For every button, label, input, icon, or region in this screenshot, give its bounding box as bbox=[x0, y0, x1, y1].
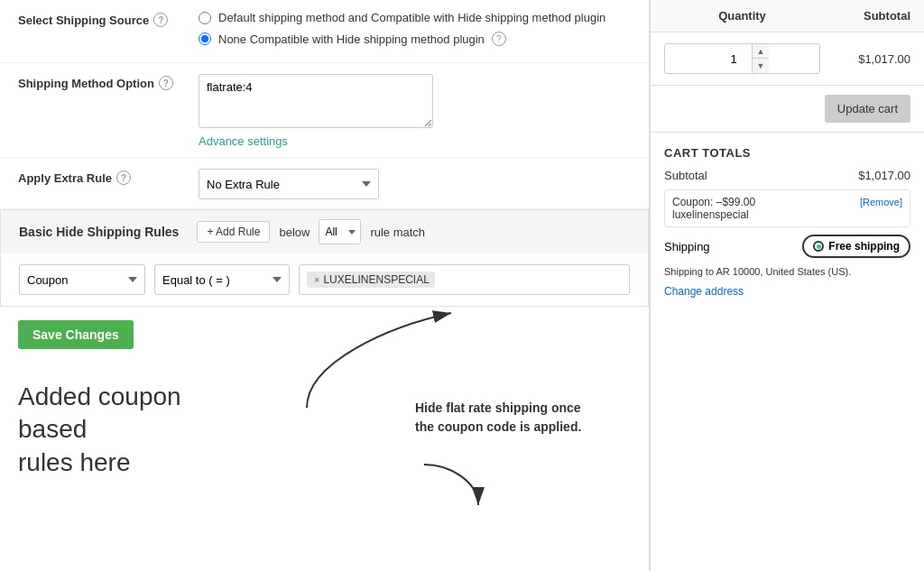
subtotal-label: Subtotal bbox=[664, 169, 707, 182]
tag-remove-icon[interactable]: × bbox=[314, 274, 319, 285]
coupon-label: Coupon: –$99.00 bbox=[672, 196, 755, 208]
coupon-header-row: Coupon: –$99.00 [Remove] bbox=[672, 196, 902, 208]
shipping-method-label: Shipping Method Option ? bbox=[18, 72, 199, 90]
add-rule-button[interactable]: + Add Rule bbox=[197, 221, 270, 243]
extra-rule-select[interactable]: No Extra Rule Cart Total Weight Quantity bbox=[199, 169, 379, 199]
free-shipping-box: Free shipping bbox=[802, 235, 910, 258]
cart-item-row: ▲ ▼ $1,017.00 bbox=[651, 32, 924, 86]
shipping-method-textarea[interactable]: flatrate:4 bbox=[199, 74, 433, 128]
rules-title: Basic Hide Shipping Rules bbox=[19, 225, 179, 239]
free-shipping-label: Free shipping bbox=[828, 240, 900, 253]
cart-totals-section: CART TOTALS Subtotal $1,017.00 Coupon: –… bbox=[651, 132, 924, 311]
annotation-right-arrow bbox=[415, 456, 487, 510]
shipping-source-radio1[interactable] bbox=[199, 12, 211, 24]
quantity-wrapper[interactable]: ▲ ▼ bbox=[664, 43, 820, 74]
annotation-arrow bbox=[298, 309, 478, 417]
shipping-method-row: Shipping Method Option ? flatrate:4 Adva… bbox=[0, 63, 649, 158]
free-shipping-radio bbox=[813, 241, 824, 252]
shipping-source-option2-help-icon[interactable]: ? bbox=[492, 32, 506, 46]
shipping-method-content: flatrate:4 Advance settings bbox=[199, 72, 631, 148]
quantity-input[interactable] bbox=[716, 44, 752, 73]
shipping-method-help-icon[interactable]: ? bbox=[159, 76, 173, 90]
cart-quantity-header: Quantity bbox=[664, 9, 820, 23]
quantity-increment[interactable]: ▲ bbox=[753, 44, 769, 59]
extra-rule-help-icon[interactable]: ? bbox=[116, 170, 131, 185]
annotation-section: Added coupon based rules here Hide flat … bbox=[0, 363, 649, 533]
coupon-remove-link[interactable]: [Remove] bbox=[860, 197, 902, 207]
save-changes-button[interactable]: Save Changes bbox=[18, 320, 134, 349]
change-address-link[interactable]: Change address bbox=[664, 285, 744, 298]
shipping-source-option1[interactable]: Default shipping method and Compatible w… bbox=[199, 11, 631, 24]
rule-condition-select[interactable]: Equal to ( = ) Not equal to Contains bbox=[154, 264, 290, 295]
subtotal-value: $1,017.00 bbox=[858, 169, 910, 182]
rule-type-select[interactable]: Coupon Cart Total Weight bbox=[19, 264, 145, 295]
shipping-label: Shipping bbox=[664, 240, 710, 253]
cart-header: Quantity Subtotal bbox=[651, 0, 924, 32]
shipping-source-label: Select Shipping Source ? bbox=[18, 9, 199, 27]
rules-below-text: below bbox=[279, 226, 310, 239]
rules-match-text: rule match bbox=[370, 226, 425, 239]
cart-item-subtotal: $1,017.00 bbox=[820, 52, 910, 66]
radio-dot-inner bbox=[817, 244, 821, 249]
advance-settings-link[interactable]: Advance settings bbox=[199, 134, 288, 148]
extra-rule-content: No Extra Rule Cart Total Weight Quantity bbox=[199, 167, 631, 199]
extra-rule-row: Apply Extra Rule ? No Extra Rule Cart To… bbox=[0, 158, 649, 209]
shipping-source-help-icon[interactable]: ? bbox=[153, 13, 168, 27]
rule-tag: × LUXELINENSPECIAL bbox=[307, 272, 435, 288]
quantity-spinners: ▲ ▼ bbox=[752, 44, 769, 73]
rules-all-select[interactable]: All Any bbox=[319, 219, 361, 244]
rules-header: Basic Hide Shipping Rules + Add Rule bel… bbox=[0, 209, 649, 253]
coupon-box: Coupon: –$99.00 [Remove] luxelinenspecia… bbox=[664, 189, 910, 227]
cart-subtotal-header: Subtotal bbox=[820, 9, 910, 23]
shipping-source-radio2[interactable] bbox=[199, 32, 211, 45]
shipping-source-row: Select Shipping Source ? Default shippin… bbox=[0, 0, 649, 63]
shipping-source-options: Default shipping method and Compatible w… bbox=[199, 9, 631, 53]
cart-panel: Quantity Subtotal ▲ ▼ $1,017.00 Update c… bbox=[650, 0, 924, 571]
shipping-note: Shipping to AR 10000, United States (US)… bbox=[664, 265, 910, 279]
update-cart-button[interactable]: Update cart bbox=[825, 95, 910, 123]
shipping-row: Shipping Free shipping bbox=[664, 235, 910, 258]
cart-subtotal-row: Subtotal $1,017.00 bbox=[664, 169, 910, 182]
rule-tag-input[interactable]: × LUXELINENSPECIAL bbox=[299, 264, 630, 295]
quantity-decrement[interactable]: ▼ bbox=[753, 59, 769, 73]
cart-totals-title: CART TOTALS bbox=[664, 146, 910, 160]
rule-row: Coupon Cart Total Weight Equal to ( = ) … bbox=[0, 253, 649, 307]
tag-label: LUXELINENSPECIAL bbox=[323, 273, 429, 286]
coupon-code: luxelinenspecial bbox=[672, 208, 902, 221]
annotation-left-text: Added coupon based rules here bbox=[18, 381, 217, 479]
extra-rule-label: Apply Extra Rule ? bbox=[18, 167, 199, 185]
shipping-source-option2[interactable]: None Compatible with Hide shipping metho… bbox=[199, 32, 631, 46]
